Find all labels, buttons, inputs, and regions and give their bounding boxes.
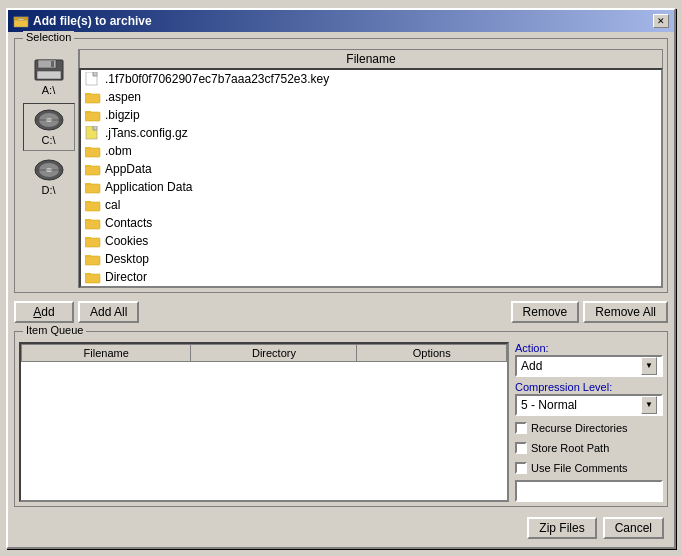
queue-table: Filename Directory Options	[21, 344, 507, 482]
svg-rect-10	[35, 119, 63, 121]
file-item-name: .1f7b0f0f7062907ec7b7aaa23cf752e3.key	[105, 72, 329, 86]
svg-rect-6	[37, 71, 61, 79]
zip-files-button[interactable]: Zip Files	[527, 517, 596, 539]
list-item[interactable]: cal	[81, 196, 661, 214]
add-label: dd	[41, 305, 54, 319]
svg-rect-20	[85, 112, 100, 121]
file-item-name: .obm	[105, 144, 132, 158]
folder-icon	[85, 216, 101, 230]
title-bar-controls: ✕	[653, 14, 669, 28]
drive-label-c: C:\	[41, 134, 55, 146]
folder-icon	[85, 234, 101, 248]
item-queue-label: Item Queue	[23, 324, 86, 336]
queue-table-container: Filename Directory Options	[19, 342, 509, 502]
folder-icon	[85, 90, 101, 104]
file-item-name: Application Data	[105, 180, 192, 194]
drive-sidebar: A:\ C:\	[19, 49, 79, 288]
file-list-header: Filename	[79, 49, 663, 68]
list-item[interactable]: .obm	[81, 142, 661, 160]
list-item[interactable]: Desktop	[81, 250, 661, 268]
svg-rect-30	[85, 202, 100, 211]
svg-rect-5	[51, 61, 54, 67]
close-button[interactable]: ✕	[653, 14, 669, 28]
selection-group-box: Selection A:\	[14, 38, 668, 293]
folder-icon	[85, 198, 101, 212]
btn-group-right: Remove Remove All	[511, 301, 668, 323]
title-bar-left: Add file(s) to archive	[13, 13, 152, 29]
compression-label: Compression Level:	[515, 381, 663, 393]
remove-all-button[interactable]: Remove All	[583, 301, 668, 323]
main-window: Add file(s) to archive ✕ Selection	[6, 8, 676, 549]
store-root-checkbox-row: Store Root Path	[515, 442, 663, 454]
list-item[interactable]: .aspen	[81, 88, 661, 106]
list-item[interactable]: Application Data	[81, 178, 661, 196]
col-filename: Filename	[22, 344, 191, 361]
folder-icon	[85, 270, 101, 284]
compression-select[interactable]: 5 - Normal ▼	[515, 394, 663, 416]
compression-section: Compression Level: 5 - Normal ▼	[515, 381, 663, 416]
selection-group-label: Selection	[23, 31, 74, 43]
svg-rect-36	[85, 256, 100, 265]
selection-group: A:\ C:\	[15, 39, 667, 292]
file-item-name: Desktop	[105, 252, 149, 266]
title-bar: Add file(s) to archive ✕	[8, 10, 674, 32]
store-root-checkbox[interactable]	[515, 442, 527, 454]
drive-item-d[interactable]: D:\	[23, 153, 75, 201]
drive-item-c[interactable]: C:\	[23, 103, 75, 151]
right-panel: Action: Add ▼ Compression Level: 5 - Nor…	[515, 342, 663, 502]
svg-rect-28	[85, 184, 100, 193]
col-directory: Directory	[191, 344, 357, 361]
file-item-name: Cookies	[105, 234, 148, 248]
store-root-label: Store Root Path	[531, 442, 609, 454]
file-comments-label: Use File Comments	[531, 462, 628, 474]
list-item[interactable]: Cookies	[81, 232, 661, 250]
comment-input[interactable]	[515, 480, 663, 502]
file-comments-checkbox-row: Use File Comments	[515, 462, 663, 474]
file-item-name: .aspen	[105, 90, 141, 104]
add-button[interactable]: Add	[14, 301, 74, 323]
svg-rect-38	[85, 274, 100, 283]
file-list-container: Filename .1f7b0f0f7062907ec7b7aaa23cf752…	[79, 49, 663, 288]
list-item[interactable]: .1f7b0f0f7062907ec7b7aaa23cf752e3.key	[81, 70, 661, 88]
recurse-checkbox-row: Recurse Directories	[515, 422, 663, 434]
file-icon	[85, 72, 101, 86]
svg-rect-2	[18, 18, 24, 20]
list-item[interactable]: .bigzip	[81, 106, 661, 124]
drive-item-a[interactable]: A:\	[23, 53, 75, 101]
svg-rect-32	[85, 220, 100, 229]
queue-table-head: Filename Directory Options	[22, 344, 507, 361]
svg-rect-34	[85, 238, 100, 247]
recurse-checkbox[interactable]	[515, 422, 527, 434]
file-comments-checkbox[interactable]	[515, 462, 527, 474]
buttons-row: Add Add All Remove Remove All	[14, 299, 668, 325]
action-section: Action: Add ▼	[515, 342, 663, 377]
svg-rect-24	[85, 148, 100, 157]
file-item-name: AppData	[105, 162, 152, 176]
list-item[interactable]: AppData	[81, 160, 661, 178]
compression-dropdown-arrow: ▼	[641, 396, 657, 414]
recurse-label: Recurse Directories	[531, 422, 628, 434]
queue-body	[22, 361, 507, 481]
bottom-buttons: Zip Files Cancel	[14, 513, 668, 541]
list-item[interactable]: Director	[81, 268, 661, 286]
folder-icon	[85, 108, 101, 122]
list-item[interactable]: Contacts	[81, 214, 661, 232]
remove-button[interactable]: Remove	[511, 301, 580, 323]
folder-icon	[85, 162, 101, 176]
add-all-button[interactable]: Add All	[78, 301, 139, 323]
drive-label-a: A:\	[42, 84, 55, 96]
svg-rect-18	[85, 94, 100, 103]
action-select[interactable]: Add ▼	[515, 355, 663, 377]
list-item[interactable]: .jTans.config.gz	[81, 124, 661, 142]
file-list[interactable]: .1f7b0f0f7062907ec7b7aaa23cf752e3.key.as…	[79, 68, 663, 288]
folder-icon	[85, 144, 101, 158]
title-text: Add file(s) to archive	[33, 14, 152, 28]
compression-value: 5 - Normal	[521, 398, 577, 412]
svg-rect-26	[85, 166, 100, 175]
file-item-name: Director	[105, 270, 147, 284]
queue-empty-row	[22, 361, 507, 481]
item-queue-group: Filename Directory Options	[15, 332, 667, 506]
col-options: Options	[357, 344, 507, 361]
file-item-name: .bigzip	[105, 108, 140, 122]
cancel-button[interactable]: Cancel	[603, 517, 664, 539]
